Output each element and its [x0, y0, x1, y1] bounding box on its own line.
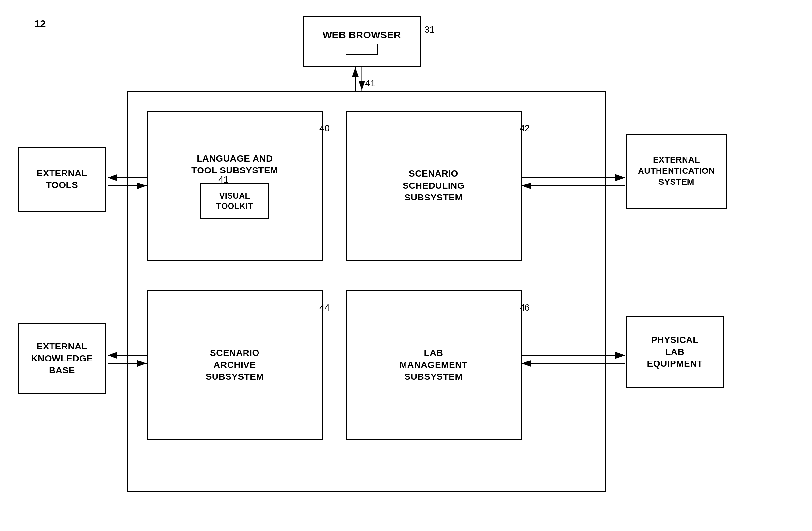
lab-management-box: LABMANAGEMENTSUBSYSTEM [346, 290, 522, 440]
ref-31: 31 [424, 25, 435, 35]
physical-lab-box: PHYSICALLABEQUIPMENT [626, 316, 724, 388]
visual-toolkit-box: VISUALTOOLKIT [201, 183, 269, 219]
ref-46: 46 [520, 302, 530, 313]
ref-41-vt: 41 [218, 174, 229, 185]
external-tools-box: EXTERNALTOOLS [18, 147, 106, 212]
language-tool-box: LANGUAGE ANDTOOL SUBSYSTEM VISUALTOOLKIT [147, 111, 323, 261]
ref-44: 44 [319, 302, 330, 313]
ref-40: 40 [319, 123, 330, 134]
figure-label: 12 [34, 18, 46, 30]
scenario-archive-box: SCENARIOARCHIVESUBSYSTEM [147, 290, 323, 440]
external-auth-box: EXTERNALAUTHENTICATIONSYSTEM [626, 134, 727, 209]
web-browser-box: WEB BROWSER [303, 16, 421, 67]
diagram: 12 WEB BROWSER 31 LANGUAGE ANDTOOL SUBSY… [0, 0, 812, 531]
svg-text:41: 41 [365, 78, 375, 88]
browser-icon [346, 44, 378, 55]
scenario-scheduling-box: SCENARIOSCHEDULINGSUBSYSTEM [346, 111, 522, 261]
ref-42: 42 [520, 123, 530, 134]
external-knowledge-box: EXTERNALKNOWLEDGEBASE [18, 323, 106, 394]
